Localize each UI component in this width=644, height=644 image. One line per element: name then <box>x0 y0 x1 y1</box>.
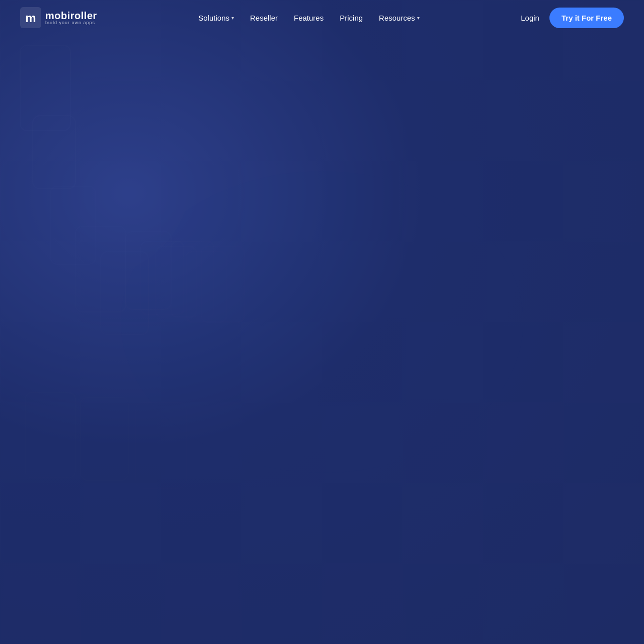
nav-item-resources[interactable]: Resources ▾ <box>379 14 420 22</box>
logo-text: mobiroller build your own apps <box>45 11 97 25</box>
logo-icon: m <box>20 7 41 28</box>
solutions-chevron-icon: ▾ <box>231 15 234 21</box>
login-button[interactable]: Login <box>521 14 539 22</box>
nav-logo-area: m mobiroller build your own apps <box>20 7 97 28</box>
nav-item-features[interactable]: Features <box>294 14 324 22</box>
svg-text:m: m <box>25 11 36 25</box>
try-free-button[interactable]: Try it For Free <box>549 8 624 28</box>
nav-right: Login Try it For Free <box>521 8 624 28</box>
navbar: m mobiroller build your own apps Solutio… <box>0 0 644 35</box>
page-background <box>0 0 644 644</box>
nav-item-pricing[interactable]: Pricing <box>340 14 363 22</box>
resources-chevron-icon: ▾ <box>417 15 420 21</box>
svg-rect-16 <box>80 397 128 480</box>
nav-item-reseller[interactable]: Reseller <box>250 14 278 22</box>
logo-tagline: build your own apps <box>45 21 97 25</box>
nav-center: Solutions ▾ Reseller Features Pricing Re… <box>198 14 420 22</box>
nav-item-solutions[interactable]: Solutions ▾ <box>198 14 234 22</box>
background-decoration <box>0 0 644 644</box>
svg-rect-15 <box>25 392 75 478</box>
logo-link[interactable]: m mobiroller build your own apps <box>20 7 97 28</box>
logo-name: mobiroller <box>45 11 97 21</box>
svg-point-14 <box>121 171 523 473</box>
